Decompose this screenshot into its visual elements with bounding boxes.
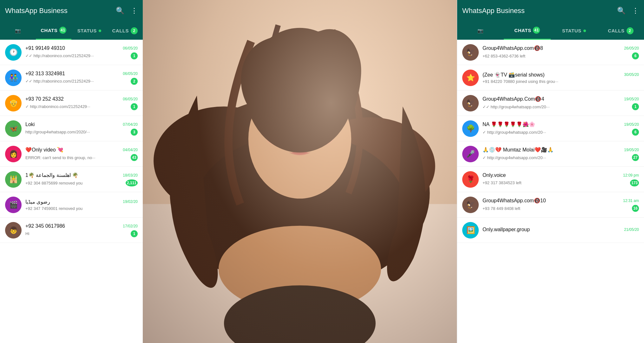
list-item[interactable]: 🕐+91 99149 4931006/05/20✓✓ http://raboni…: [0, 40, 143, 65]
chat-name: Group4WhatsApp.com🔞10: [483, 198, 546, 204]
left-status-tab[interactable]: STATUS: [71, 22, 107, 40]
list-item[interactable]: ⭐(Zee 👻TV 🗃️serial shows)30/05/20+91 842…: [457, 65, 644, 91]
chat-time: 17/02/20: [123, 224, 138, 228]
left-status-dot: [99, 30, 101, 32]
list-item[interactable]: 🎬رضوی میڈیا19/02/20+92 347 7459001 remov…: [0, 192, 143, 218]
left-calls-badge: 2: [131, 27, 138, 34]
chat-name: 🙏💿💔 Mumtaz Molai❤️🎥🙏: [483, 147, 554, 153]
chat-top-row: +91 99149 4931006/05/20: [25, 45, 138, 51]
chat-time: 04/04/20: [123, 148, 138, 152]
chat-bottom-row: http://group4whatsapp.com/2020/···3: [25, 129, 138, 136]
chat-bottom-row: +91 84220 70880 joined using this grou··…: [483, 79, 639, 84]
list-item[interactable]: 🦅Group4WhatsApp.com🔞826/05/20+62 853-436…: [457, 40, 644, 65]
chat-bottom-row: Hi1: [25, 230, 138, 237]
list-item[interactable]: 🦅Group4WhatsApp.Com🔞419/05/20✓✓ http://g…: [457, 91, 644, 116]
avatar: 🖼️: [462, 222, 479, 239]
right-tabs: 📷 CHATS 41 STATUS CALLS 2: [457, 22, 644, 40]
chat-top-row: Group4WhatsApp.com🔞1012:31 am: [483, 198, 639, 204]
chat-time: 12:09 pm: [623, 173, 639, 178]
list-item[interactable]: 🕌1🌴 اهلسنة والجماعة 🌴18/03/20+92 304 887…: [0, 167, 143, 192]
list-item[interactable]: 👫+92 313 332498106/05/20✓✓ http://raboni…: [0, 65, 143, 91]
right-menu-icon[interactable]: ⋮: [632, 7, 639, 15]
list-item[interactable]: 🦅Group4WhatsApp.com🔞1012:31 am+93 78 449…: [457, 192, 644, 218]
chat-info: رضوی میڈیا19/02/20+92 347 7459001 remove…: [25, 199, 138, 211]
chat-top-row: ❤️Only video 💘04/04/20: [25, 147, 138, 153]
avatar: 🦅: [462, 95, 479, 111]
chat-top-row: Only.voice12:09 pm: [483, 172, 639, 178]
chat-preview: ✓ http://group4whatsapp.com/20···: [483, 130, 546, 135]
left-chats-tab[interactable]: CHATS 41: [36, 22, 72, 40]
left-search-icon[interactable]: 🔍: [116, 7, 124, 15]
list-item[interactable]: 👴+93 70 252 433206/05/20✓ http://rabonin…: [0, 91, 143, 116]
right-search-icon[interactable]: 🔍: [617, 7, 626, 15]
chat-preview: +92 347 7459001 removed you: [25, 206, 82, 211]
left-status-label: STATUS: [77, 28, 97, 33]
list-item[interactable]: 🌹Only.voice12:09 pm+92 317 3834523 left1…: [457, 167, 644, 192]
chat-top-row: NA 🌹🌹🌹🌹🌹🌺🌸19/05/20: [483, 121, 639, 127]
list-item[interactable]: 👩❤️Only video 💘04/04/20ERROR: can't send…: [0, 141, 143, 167]
chat-time: 19/05/20: [624, 122, 639, 127]
list-item[interactable]: 👦+92 345 061798617/02/20Hi1: [0, 218, 143, 243]
list-item[interactable]: 🖼️Only.wallpaper.group21/05/20: [457, 218, 644, 243]
right-chats-label: CHATS: [514, 28, 531, 33]
unread-badge: 1: [131, 52, 138, 59]
chat-preview: +91 84220 70880 joined using this grou··…: [483, 79, 558, 84]
list-item[interactable]: 🦋Loki07/04/20http://group4whatsapp.com/2…: [0, 116, 143, 141]
unread-badge: 2,111: [126, 179, 138, 186]
chat-preview: ✓✓ http://raboninco.com/21252429···: [25, 53, 94, 58]
chat-info: +92 313 332498106/05/20✓✓ http://rabonin…: [25, 71, 138, 85]
unread-badge: 1: [131, 230, 138, 237]
avatar: 🦅: [462, 44, 479, 61]
chat-preview: Hi: [25, 231, 29, 236]
chat-top-row: Group4WhatsApp.Com🔞419/05/20: [483, 96, 639, 102]
chat-info: Group4WhatsApp.com🔞826/05/20+62 853-4362…: [483, 45, 639, 59]
right-header: WhatsApp Business 🔍 ⋮: [457, 0, 644, 22]
chat-name: Only.wallpaper.group: [483, 227, 530, 232]
chat-top-row: 1🌴 اهلسنة والجماعة 🌴18/03/20: [25, 172, 138, 178]
svg-rect-0: [143, 0, 457, 343]
left-menu-icon[interactable]: ⋮: [131, 7, 138, 15]
left-camera-tab[interactable]: 📷: [0, 22, 36, 40]
chat-info: +91 99149 4931006/05/20✓✓ http://rabonin…: [25, 45, 138, 59]
chat-name: +91 99149 49310: [25, 45, 65, 51]
svg-point-4: [305, 117, 435, 215]
right-header-icons: 🔍 ⋮: [617, 7, 639, 15]
unread-badge: 1: [632, 103, 639, 110]
right-camera-tab[interactable]: 📷: [457, 22, 504, 40]
list-item[interactable]: 🌳NA 🌹🌹🌹🌹🌹🌺🌸19/05/20✓ http://group4whatsa…: [457, 116, 644, 141]
avatar: 🌳: [462, 120, 479, 137]
avatar: 🕌: [5, 171, 22, 188]
chat-info: ❤️Only video 💘04/04/20ERROR: can't send …: [25, 147, 138, 161]
avatar: 👦: [5, 222, 22, 239]
chat-preview: ✓✓ http://raboninco.com/21252429···: [25, 79, 94, 84]
chat-bottom-row: ✓✓ http://raboninco.com/21252429···2: [25, 78, 138, 85]
chat-info: +92 345 061798617/02/20Hi1: [25, 223, 138, 237]
chat-info: 1🌴 اهلسنة والجماعة 🌴18/03/20+92 304 8875…: [25, 172, 138, 186]
chat-top-row: +92 313 332498106/05/20: [25, 71, 138, 77]
chat-name: Group4WhatsApp.com🔞8: [483, 45, 543, 51]
chat-time: 07/04/20: [123, 122, 138, 127]
unread-badge: 6: [632, 129, 639, 136]
avatar: ⭐: [462, 70, 479, 86]
avatar: 🌹: [462, 171, 479, 188]
chat-top-row: Loki07/04/20: [25, 122, 138, 127]
left-chats-badge: 41: [59, 27, 66, 34]
left-calls-tab[interactable]: CALLS 2: [107, 22, 143, 40]
left-chat-list: 🕐+91 99149 4931006/05/20✓✓ http://raboni…: [0, 40, 143, 343]
chat-top-row: Group4WhatsApp.com🔞826/05/20: [483, 45, 639, 51]
chat-info: Group4WhatsApp.Com🔞419/05/20✓✓ http://gr…: [483, 96, 639, 110]
right-chat-list: 🦅Group4WhatsApp.com🔞826/05/20+62 853-436…: [457, 40, 644, 343]
chat-bottom-row: +92 317 3834523 left173: [483, 179, 639, 186]
right-status-tab[interactable]: STATUS: [551, 22, 597, 40]
left-app-title: WhatsApp Business: [5, 7, 68, 15]
chat-bottom-row: ✓✓ http://group4whatsapp.com/20···1: [483, 103, 639, 110]
svg-point-10: [224, 285, 376, 343]
right-chats-tab[interactable]: CHATS 41: [504, 22, 550, 40]
list-item[interactable]: 🎤🙏💿💔 Mumtaz Molai❤️🎥🙏19/05/20✓ http://gr…: [457, 141, 644, 167]
chat-time: 06/05/20: [123, 97, 138, 101]
right-calls-tab[interactable]: CALLS 2: [597, 22, 644, 40]
chat-bottom-row: ✓ http://raboninco.com/21252429···1: [25, 103, 138, 110]
chat-time: 19/02/20: [123, 199, 138, 204]
right-status-dot: [583, 30, 586, 32]
right-app-title: WhatsApp Business: [462, 7, 525, 15]
